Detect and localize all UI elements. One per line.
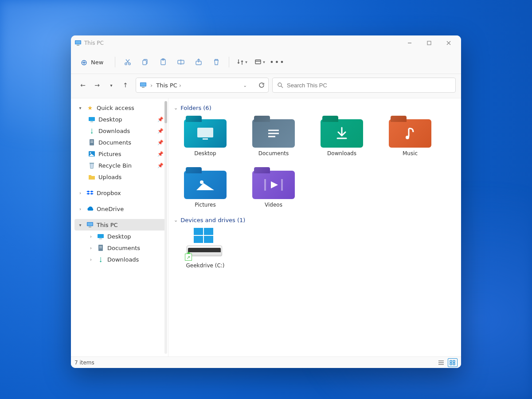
svg-rect-51 <box>453 360 455 362</box>
svg-point-44 <box>200 180 203 184</box>
back-button[interactable]: ← <box>76 78 90 92</box>
up-button[interactable]: ↑ <box>119 78 132 92</box>
more-button[interactable]: ••• <box>269 54 285 70</box>
sidebar-item-label: Dropbox <box>97 190 164 196</box>
sidebar-item-label: Pictures <box>98 151 155 157</box>
svg-point-5 <box>125 63 127 65</box>
details-view-button[interactable] <box>436 358 446 367</box>
maximize-button[interactable] <box>420 37 438 49</box>
sidebar-item-pictures[interactable]: Pictures 📌 <box>74 148 166 160</box>
refresh-button[interactable] <box>258 82 265 88</box>
paste-button[interactable] <box>155 54 171 70</box>
search-box[interactable] <box>272 78 456 93</box>
sidebar-item-desktop[interactable]: Desktop 📌 <box>74 113 166 125</box>
sidebar-item-downloads[interactable]: ⭣ Downloads 📌 <box>74 125 166 137</box>
pin-icon: 📌 <box>157 163 164 168</box>
sidebar-item-label: Documents <box>107 245 164 251</box>
sidebar-item-uploads[interactable]: Uploads <box>74 171 166 183</box>
downloads-icon: ⭣ <box>88 127 96 135</box>
folder-desktop[interactable]: Desktop <box>176 116 234 156</box>
svg-rect-18 <box>142 87 145 88</box>
tile-label: Documents <box>258 150 289 156</box>
delete-button[interactable] <box>208 54 224 70</box>
scrollbar-thumb[interactable] <box>164 101 167 123</box>
folder-downloads[interactable]: Downloads <box>313 116 371 156</box>
share-button[interactable] <box>191 54 207 70</box>
tile-label: Pictures <box>195 202 216 208</box>
tile-label: Videos <box>265 202 282 208</box>
body: ▾ ★ Quick access Desktop 📌 ⭣ Downloads 📌… <box>71 98 461 356</box>
sidebar-item-label: Uploads <box>98 174 164 180</box>
pin-icon: 📌 <box>157 117 164 122</box>
rename-button[interactable] <box>173 54 189 70</box>
breadcrumb[interactable]: This PC › <box>156 82 181 89</box>
svg-point-43 <box>406 136 409 139</box>
sidebar-item-this-pc[interactable]: ▾ This PC <box>74 219 166 231</box>
sidebar-item-quick-access[interactable]: ▾ ★ Quick access <box>74 102 166 113</box>
pictures-icon <box>184 171 227 199</box>
chevron-down-icon: ⌄ <box>174 105 178 111</box>
sidebar-item-documents[interactable]: Documents 📌 <box>74 137 166 148</box>
copy-button[interactable] <box>137 54 153 70</box>
window-title: This PC <box>84 40 104 46</box>
sidebar-item-label: Recycle Bin <box>98 162 155 169</box>
icons-view-button[interactable] <box>448 358 458 367</box>
sort-button[interactable]: ▾ <box>234 54 250 70</box>
folder-icon <box>88 173 96 181</box>
svg-rect-28 <box>90 163 94 164</box>
svg-rect-8 <box>143 60 146 65</box>
folder-music[interactable]: Music <box>381 116 439 156</box>
desktop-icon <box>184 119 227 148</box>
sidebar-item-label: This PC <box>97 222 164 228</box>
section-header-drives[interactable]: ⌄ Devices and drives (1) <box>174 214 456 228</box>
folder-documents[interactable]: Documents <box>245 116 302 156</box>
chevron-down-icon[interactable]: ⌄ <box>243 83 247 88</box>
svg-point-6 <box>129 63 130 65</box>
sidebar-item-label: Downloads <box>107 256 164 263</box>
chevron-right-icon: › <box>88 246 94 250</box>
sidebar-item-dropbox[interactable]: › Dropbox <box>74 187 166 199</box>
downloads-icon: ⭣ <box>97 255 105 263</box>
videos-icon <box>252 171 295 199</box>
sidebar-item-recycle-bin[interactable]: Recycle Bin 📌 <box>74 160 166 171</box>
new-button[interactable]: ⊕ New <box>76 55 110 70</box>
svg-rect-53 <box>453 363 455 365</box>
svg-rect-33 <box>99 239 102 239</box>
separator <box>115 57 115 67</box>
tile-label: Downloads <box>327 150 356 156</box>
svg-rect-50 <box>450 360 452 362</box>
desktop-icon <box>88 115 96 123</box>
cut-button[interactable] <box>120 54 136 70</box>
plus-icon: ⊕ <box>81 58 87 67</box>
chevron-right-icon: › <box>88 234 94 239</box>
close-button[interactable] <box>440 37 458 49</box>
section-header-folders[interactable]: ⌄ Folders (6) <box>174 102 456 116</box>
main-area: ⌄ Folders (6) Desktop Documents Download… <box>168 98 461 356</box>
svg-rect-17 <box>141 83 146 86</box>
documents-icon <box>252 119 295 148</box>
search-input[interactable] <box>287 82 451 89</box>
sidebar-item-onedrive[interactable]: › OneDrive <box>74 203 166 215</box>
sidebar-item-label: OneDrive <box>97 206 164 212</box>
address-bar[interactable]: › This PC › ⌄ <box>136 78 269 93</box>
separator <box>229 57 229 67</box>
this-pc-icon <box>86 221 94 229</box>
explorer-window: This PC ⊕ New <box>71 35 461 368</box>
documents-icon <box>97 244 105 252</box>
sidebar-item-label: Quick access <box>97 105 164 111</box>
pictures-icon <box>88 150 96 158</box>
star-icon: ★ <box>86 104 94 112</box>
folder-videos[interactable]: Videos <box>245 167 302 208</box>
folder-pictures[interactable]: Pictures <box>176 167 234 208</box>
status-bar: 7 items <box>71 356 461 368</box>
drive-c[interactable]: ↗ Geekdrive (C:) <box>176 228 234 269</box>
sidebar-item-desktop[interactable]: › Desktop <box>74 231 166 242</box>
new-button-label: New <box>91 59 103 66</box>
minimize-button[interactable] <box>401 37 419 49</box>
view-button[interactable]: ▾ <box>251 54 267 70</box>
sidebar-item-downloads[interactable]: › ⭣ Downloads <box>74 254 166 265</box>
forward-button[interactable]: → <box>90 78 104 92</box>
recent-locations-button[interactable]: ▾ <box>105 78 118 92</box>
sidebar-item-documents[interactable]: › Documents <box>74 242 166 254</box>
onedrive-icon <box>86 205 94 213</box>
